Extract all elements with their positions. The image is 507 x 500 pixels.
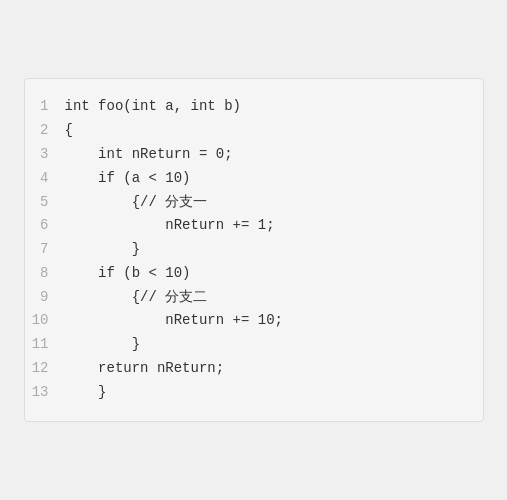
line-number: 10: [25, 309, 65, 333]
code-row: 5 {// 分支一: [25, 191, 483, 215]
line-number: 3: [25, 143, 65, 167]
line-code: if (a < 10): [65, 167, 191, 191]
line-number: 12: [25, 357, 65, 381]
line-number: 8: [25, 262, 65, 286]
line-number: 5: [25, 191, 65, 215]
line-number: 1: [25, 95, 65, 119]
code-row: 13 }: [25, 381, 483, 405]
line-code: }: [65, 333, 141, 357]
line-code: if (b < 10): [65, 262, 191, 286]
code-row: 10 nReturn += 10;: [25, 309, 483, 333]
line-code: {// 分支二: [65, 286, 208, 310]
line-number: 11: [25, 333, 65, 357]
line-code: return nReturn;: [65, 357, 225, 381]
code-row: 8 if (b < 10): [25, 262, 483, 286]
code-row: 1int foo(int a, int b): [25, 95, 483, 119]
line-code: {: [65, 119, 73, 143]
line-number: 4: [25, 167, 65, 191]
line-code: }: [65, 238, 141, 262]
line-number: 7: [25, 238, 65, 262]
code-block: 1int foo(int a, int b)2{3 int nReturn = …: [24, 78, 484, 421]
line-code: int foo(int a, int b): [65, 95, 241, 119]
code-row: 9 {// 分支二: [25, 286, 483, 310]
code-row: 4 if (a < 10): [25, 167, 483, 191]
line-number: 2: [25, 119, 65, 143]
code-row: 12 return nReturn;: [25, 357, 483, 381]
line-code: }: [65, 381, 107, 405]
line-code: nReturn += 1;: [65, 214, 275, 238]
line-number: 6: [25, 214, 65, 238]
line-code: int nReturn = 0;: [65, 143, 233, 167]
code-row: 3 int nReturn = 0;: [25, 143, 483, 167]
code-row: 11 }: [25, 333, 483, 357]
code-row: 6 nReturn += 1;: [25, 214, 483, 238]
code-row: 2{: [25, 119, 483, 143]
code-row: 7 }: [25, 238, 483, 262]
line-number: 13: [25, 381, 65, 405]
line-number: 9: [25, 286, 65, 310]
line-code: {// 分支一: [65, 191, 208, 215]
line-code: nReturn += 10;: [65, 309, 283, 333]
